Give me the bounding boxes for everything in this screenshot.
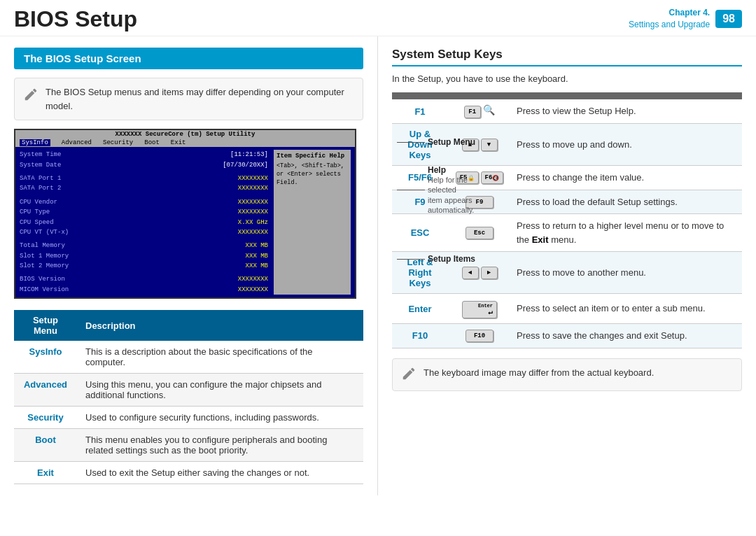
menu-name-cell: Advanced (14, 374, 77, 407)
bios-help-text: <Tab>, <Shift-Tab>, or <Enter> selects F… (276, 162, 348, 188)
right-note-text: The keyboard image may differ from the a… (424, 366, 654, 380)
left-key-btn: ◄ (462, 267, 479, 279)
keys-header-key (392, 92, 448, 99)
bios-menu-bar: SysInfo Advanced Security Boot Exit (15, 139, 355, 147)
key-visual-cell: F10 (448, 324, 511, 348)
page-title: BIOS Setup (14, 7, 137, 31)
f10-key-btn: F10 (465, 330, 493, 342)
table-row: SecurityUsed to configure security funct… (14, 407, 363, 429)
key-name-cell: Enter (392, 294, 448, 324)
table-header-menu: Setup Menu (14, 310, 77, 341)
chapter-info: Chapter 4. Settings and Upgrade (629, 7, 710, 31)
chapter-label: Chapter 4. (629, 7, 710, 19)
bios-title-bar: XXXXXXX SecureCore (tm) Setup Utility (15, 130, 355, 139)
keys-header-desc (511, 92, 742, 99)
f1-key-btn: F1 (464, 106, 481, 118)
page-number: 98 (715, 10, 742, 28)
key-row: F10F10Press to save the changes and exit… (392, 324, 742, 348)
menu-name-cell: Security (14, 407, 77, 429)
bios-menu-exit[interactable]: Exit (171, 139, 186, 146)
key-desc-cell: Press to save the changes and exit Setup… (511, 324, 742, 348)
bios-screen: XXXXXXX SecureCore (tm) Setup Utility Sy… (14, 129, 356, 299)
table-row: ExitUsed to exit the Setup either saving… (14, 462, 363, 484)
key-desc-cell: Press to view the Setup Help. (511, 99, 742, 124)
key-desc-cell: Press to change the item value. (511, 166, 742, 190)
bios-body: System Time[11:21:53] System Date[07/30/… (15, 147, 355, 297)
menu-desc-cell: This menu enables you to configure perip… (77, 429, 363, 462)
left-note-text: The BIOS Setup menus and items may diffe… (46, 85, 354, 113)
main-content: The BIOS Setup Screen The BIOS Setup men… (0, 36, 756, 495)
left-section-title: The BIOS Setup Screen (14, 48, 363, 69)
key-row: EnterEnter↵Press to select an item or to… (392, 294, 742, 324)
key-desc-cell: Press to load the default Setup settings… (511, 190, 742, 214)
note-icon (23, 87, 38, 106)
left-column: The BIOS Setup Screen The BIOS Setup men… (0, 36, 378, 495)
bios-main-area: System Time[11:21:53] System Date[07/30/… (20, 150, 268, 295)
enter-key-btn: Enter↵ (462, 301, 497, 318)
bios-menu-advanced[interactable]: Advanced (62, 139, 92, 146)
right-section-title: System Setup Keys (392, 48, 742, 66)
key-name-cell: F1 (392, 99, 448, 124)
key-visual-cell: F1 🔍 (448, 99, 511, 124)
key-desc-cell: Press to move to another menu. (511, 252, 742, 294)
keys-header-visual (448, 92, 511, 99)
menu-desc-cell: Used to exit the Setup either saving the… (77, 462, 363, 484)
callout-help: Help Help for theselecteditem appearsaut… (397, 165, 475, 215)
callout-setup-items: Setup Items (397, 254, 475, 264)
menu-name-cell: Exit (14, 462, 77, 484)
menu-name-cell: SysInfo (14, 341, 77, 374)
f6-key-btn: F6 🔇 (481, 171, 504, 184)
table-row: AdvancedUsing this menu, you can configu… (14, 374, 363, 407)
page-header: BIOS Setup Chapter 4. Settings and Upgra… (0, 0, 756, 36)
down-key-btn: ▼ (481, 139, 498, 151)
right-column: System Setup Keys In the Setup, you have… (378, 36, 756, 495)
bios-help-title: Item Specific Help (276, 152, 348, 161)
intro-text: In the Setup, you have to use the keyboa… (392, 73, 742, 84)
left-note-box: The BIOS Setup menus and items may diffe… (14, 78, 363, 120)
key-row: F1F1 🔍Press to view the Setup Help. (392, 99, 742, 124)
right-note-box: The keyboard image may differ from the a… (392, 358, 742, 391)
callouts: Setup Menu Help Help for theselecteditem… (397, 137, 475, 264)
menu-desc-cell: This is a description about the basic sp… (77, 341, 363, 374)
table-row: BootThis menu enables you to configure p… (14, 429, 363, 462)
chapter-right: Chapter 4. Settings and Upgrade 98 (629, 7, 742, 31)
setup-menu-table: Setup Menu Description SysInfoThis is a … (14, 310, 363, 484)
key-name-cell: F10 (392, 324, 448, 348)
note-icon-right (401, 366, 416, 383)
menu-desc-cell: Used to configure security functions, in… (77, 407, 363, 429)
table-row: SysInfoThis is a description about the b… (14, 341, 363, 374)
menu-name-cell: Boot (14, 429, 77, 462)
bios-help-box: Item Specific Help <Tab>, <Shift-Tab>, o… (274, 150, 351, 295)
menu-desc-cell: Using this menu, you can configure the m… (77, 374, 363, 407)
bios-menu-boot[interactable]: Boot (144, 139, 160, 146)
right-key-btn: ► (481, 267, 498, 279)
key-desc-cell: Press to move up and down. (511, 124, 742, 166)
bios-menu-sysinfo[interactable]: SysInfo (20, 139, 50, 146)
chapter-sub: Settings and Upgrade (629, 19, 710, 31)
key-visual-cell: Enter↵ (448, 294, 511, 324)
key-desc-cell: Press to select an item or to enter a su… (511, 294, 742, 324)
table-header-desc: Description (77, 310, 363, 341)
callout-setup-menu: Setup Menu (397, 137, 475, 147)
bios-menu-security[interactable]: Security (103, 139, 133, 146)
key-desc-cell: Press to return to a higher level menu o… (511, 214, 742, 252)
